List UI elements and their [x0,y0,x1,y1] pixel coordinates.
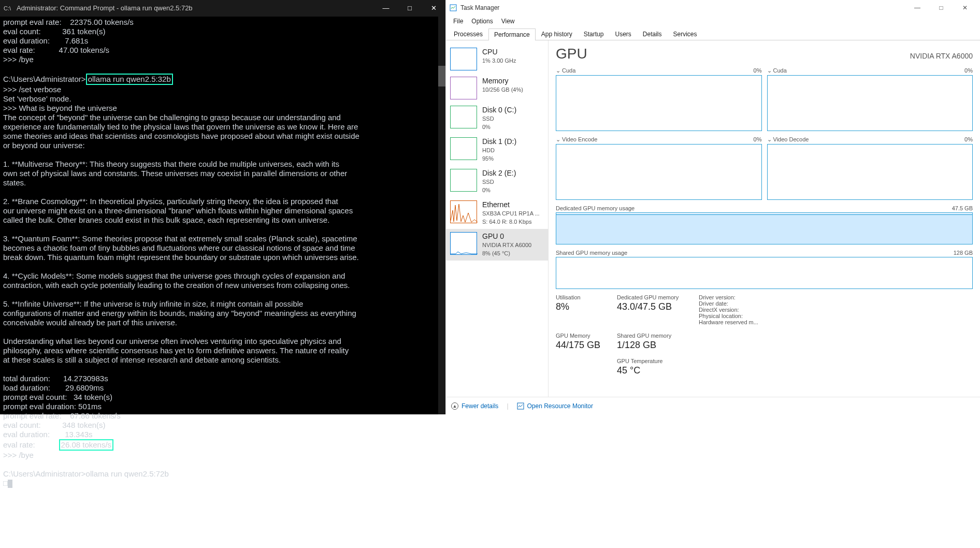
tab-app-history[interactable]: App history [536,28,578,40]
graph-plot [767,75,973,131]
physical-location-label: Physical location: [699,313,973,319]
graph-plot [767,144,973,200]
highlight-command-1: ollama run qwen2.5:32b [86,74,173,85]
sidebar-title: CPU [482,48,516,56]
task-manager-window: Task Manager ― □ ✕ File Options View Pro… [445,0,980,414]
dedicated-mem-value: 43.0/47.5 GB [617,301,689,312]
gpu-engine-graph-cuda: Cuda0% [556,67,762,131]
tm-content: CPU1% 3.00 GHzMemory10/256 GB (4%)Disk 0… [446,40,980,397]
minimize-button[interactable]: ― [905,0,929,16]
tm-tabs: Processes Performance App history Startu… [446,27,980,40]
sidebar-sub: SSD 0% [482,114,516,131]
dedicated-mem-label: Dedicated GPU memory [617,294,689,300]
engine-pct: 0% [964,67,973,74]
gpu-engine-graphs: Cuda0%Cuda0%Video Encode0%Video Decode0% [556,67,973,200]
close-button[interactable]: ✕ [422,0,445,17]
sparkline-icon [450,77,477,99]
highlight-eval-rate: 26.08 tokens/s [59,439,114,451]
sidebar-item-disk-2-e-[interactable]: Disk 2 (E:)SSD 0% [446,166,548,197]
tab-users[interactable]: Users [609,28,637,40]
svg-rect-1 [517,403,524,409]
gpu-temp-value: 45 °C [617,365,689,376]
sidebar-sub: 10/256 GB (4%) [482,85,523,94]
sidebar-item-disk-1-d-[interactable]: Disk 1 (D:)HDD 95% [446,134,548,166]
menu-view[interactable]: View [497,17,519,26]
tm-sidebar: CPU1% 3.00 GHzMemory10/256 GB (4%)Disk 0… [446,40,549,397]
driver-version-label: Driver version: [699,294,973,300]
sidebar-title: Disk 2 (E:) [482,169,516,177]
sidebar-item-memory[interactable]: Memory10/256 GB (4%) [446,74,548,103]
sidebar-title: Disk 1 (D:) [482,137,516,146]
tm-main: GPU NVIDIA RTX A6000 Cuda0%Cuda0%Video E… [549,40,980,397]
gpu-mem-value: 44/175 GB [556,340,608,351]
dedicated-right: 47.5 GB [952,205,973,211]
sidebar-title: GPU 0 [482,232,531,240]
sidebar-item-disk-0-c-[interactable]: Disk 0 (C:)SSD 0% [446,103,548,134]
sparkline-icon [450,48,477,70]
sidebar-sub: NVIDIA RTX A6000 8% (45 °C) [482,241,531,257]
sidebar-title: Memory [482,77,523,85]
sidebar-sub: 1% 3.00 GHz [482,56,516,65]
minimize-button[interactable]: ― [374,0,398,17]
engine-pct: 0% [754,67,762,74]
task-manager-icon [449,4,457,12]
tm-titlebar[interactable]: Task Manager ― □ ✕ [446,0,980,16]
command-prompt-window: C:\ Administrator: Command Prompt - olla… [0,0,445,414]
util-label: Utilisation [556,294,608,300]
open-resource-monitor-link[interactable]: Open Resource Monitor [517,402,593,410]
gpu-temp-label: GPU Temperature [617,358,689,364]
cmd-text-main: >>> /set verbose Set 'verbose' mode. >>>… [3,85,359,449]
sidebar-item-cpu[interactable]: CPU1% 3.00 GHz [446,45,548,74]
cmd-titlebar[interactable]: C:\ Administrator: Command Prompt - olla… [0,0,445,17]
tab-details[interactable]: Details [637,28,668,40]
maximize-button[interactable]: □ [398,0,422,17]
menu-file[interactable]: File [449,17,467,26]
tm-menubar: File Options View [446,16,980,27]
tab-services[interactable]: Services [668,28,703,40]
maximize-button[interactable]: □ [929,0,953,16]
tm-window-title: Task Manager [460,4,499,11]
engine-selector[interactable]: Cuda [767,67,787,74]
menu-options[interactable]: Options [467,17,497,26]
gpu-engine-graph-video-decode: Video Decode0% [767,136,973,200]
cmd-icon: C:\ [0,4,15,13]
close-button[interactable]: ✕ [953,0,977,16]
sparkline-icon [450,137,477,160]
tab-startup[interactable]: Startup [578,28,610,40]
shared-mem-value: 1/128 GB [617,340,689,351]
sidebar-sub: SSD 0% [482,178,516,194]
gpu-model: NVIDIA RTX A6000 [910,52,973,60]
fewer-details-link[interactable]: ▲Fewer details [451,402,498,410]
directx-version-label: DirectX version: [699,307,973,313]
sidebar-item-ethernet[interactable]: EthernetSXB3A CPU1 RP1A ... S: 64.0 R: 8… [446,197,548,229]
resource-monitor-icon [517,402,524,410]
engine-selector[interactable]: Video Decode [767,136,809,143]
cmd-output[interactable]: prompt eval rate: 22375.00 tokens/s eval… [0,17,445,489]
shared-gpu-mem-graph: Shared GPU memory usage128 GB [556,250,973,289]
graph-plot [556,257,973,289]
hardware-reserved-label: Hardware reserved m... [699,319,973,325]
shared-right: 128 GB [954,250,973,256]
sidebar-sub: SXB3A CPU1 RP1A ... S: 64.0 R: 8.0 Kbps [482,209,540,226]
gpu-heading: GPU [556,46,587,62]
graph-plot [556,75,762,131]
chevron-up-icon: ▲ [451,402,458,410]
cmd-window-title: Administrator: Command Prompt - ollama r… [15,4,374,13]
cmd-scrollbar[interactable] [438,17,445,414]
sidebar-item-gpu-0[interactable]: GPU 0NVIDIA RTX A6000 8% (45 °C) [446,229,548,261]
sidebar-title: Disk 0 (C:) [482,106,516,114]
tab-performance[interactable]: Performance [488,28,536,40]
svg-rect-0 [450,5,456,11]
engine-selector[interactable]: Cuda [556,67,575,74]
gpu-engine-graph-video-encode: Video Encode0% [556,136,762,200]
dedicated-label: Dedicated GPU memory usage [556,205,635,211]
util-value: 8% [556,301,608,312]
tab-processes[interactable]: Processes [448,28,488,40]
sparkline-icon [450,232,477,255]
cmd-scroll-thumb[interactable] [438,66,445,86]
sparkline-icon [450,169,477,192]
engine-selector[interactable]: Video Encode [556,136,597,143]
gpu-stats: Utilisation8% Dedicated GPU memory43.0/4… [556,294,973,376]
gpu-engine-graph-cuda: Cuda0% [767,67,973,131]
cursor [8,480,12,488]
